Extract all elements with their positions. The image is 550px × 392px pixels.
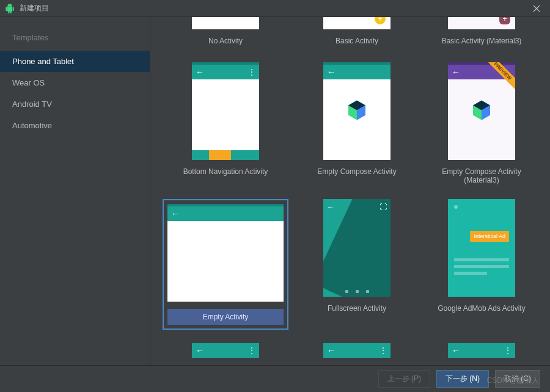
- template-basic-activity[interactable]: + Basic Activity: [301, 17, 413, 56]
- next-button[interactable]: 下一步 (N): [436, 370, 489, 388]
- compose-logo-icon: [345, 98, 369, 125]
- overflow-icon: ⋮: [504, 346, 512, 355]
- sidebar: Templates Phone and Tablet Wear OS Andro…: [0, 17, 150, 365]
- template-bottom-navigation[interactable]: ←⋮ Bottom Navigation Activity: [163, 62, 288, 193]
- template-partial-1[interactable]: ←⋮: [163, 336, 288, 358]
- sidebar-item-wear-os[interactable]: Wear OS: [0, 72, 150, 93]
- back-arrow-icon: ←: [452, 67, 460, 77]
- new-project-window: 新建项目 Templates Phone and Tablet Wear OS …: [0, 0, 550, 392]
- template-fullscreen-activity[interactable]: ←⛶ Fullscreen Activity: [301, 199, 413, 330]
- compose-logo-icon: [469, 98, 494, 125]
- overflow-icon: ⋮: [380, 346, 387, 355]
- interstitial-ad-label: Interstitial Ad: [470, 231, 509, 242]
- main-area: Templates Phone and Tablet Wear OS Andro…: [0, 17, 550, 365]
- window-title: 新建项目: [20, 3, 528, 13]
- back-arrow-icon: ←: [327, 203, 334, 211]
- sidebar-item-phone-tablet[interactable]: Phone and Tablet: [0, 51, 150, 72]
- close-button[interactable]: [528, 0, 545, 17]
- titlebar: 新建项目: [0, 0, 550, 17]
- template-empty-compose[interactable]: ← Empty Compose Activity: [301, 62, 413, 193]
- fullscreen-icon: ⛶: [380, 203, 387, 211]
- template-grid-container[interactable]: No Activity + Basic Activity + Basic Act…: [150, 17, 550, 365]
- sidebar-item-automotive[interactable]: Automotive: [0, 115, 150, 136]
- back-arrow-icon: ←: [327, 67, 336, 77]
- fab-icon: +: [499, 17, 510, 24]
- back-arrow-icon: ←: [171, 209, 180, 219]
- back-arrow-icon: ←: [327, 346, 336, 355]
- template-partial-3[interactable]: ←⋮: [425, 336, 538, 358]
- template-empty-compose-m3[interactable]: ← PREVIEW Empty Compose Activity (Materi…: [425, 62, 538, 193]
- prev-button[interactable]: 上一步 (P): [378, 370, 430, 388]
- template-partial-2[interactable]: ←⋮: [301, 336, 413, 358]
- overflow-icon: ⋮: [248, 346, 255, 355]
- cancel-button[interactable]: 取消 (C): [495, 370, 540, 388]
- android-icon: [5, 4, 15, 13]
- footer: 上一步 (P) 下一步 (N) 取消 (C): [0, 365, 550, 392]
- sidebar-item-android-tv[interactable]: Android TV: [0, 93, 150, 115]
- template-basic-activity-m3[interactable]: + Basic Activity (Material3): [425, 17, 538, 56]
- back-arrow-icon: ←: [452, 346, 460, 355]
- sidebar-header: Templates: [0, 29, 150, 51]
- back-arrow-icon: ←: [196, 346, 204, 355]
- overflow-icon: ⋮: [248, 68, 255, 76]
- fab-icon: +: [375, 17, 386, 24]
- selected-template-label: Empty Activity: [167, 309, 284, 325]
- template-empty-activity[interactable]: ← Empty Activity: [163, 199, 288, 330]
- template-no-activity[interactable]: No Activity: [163, 17, 288, 56]
- back-arrow-icon: ←: [196, 67, 204, 77]
- template-admob-ads[interactable]: Interstitial Ad Google AdMob Ads Activit…: [425, 199, 538, 330]
